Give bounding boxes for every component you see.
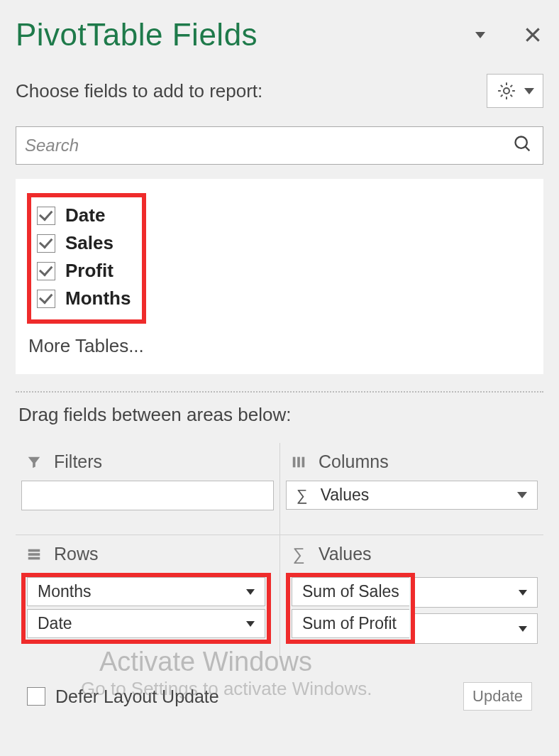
- item-label: Date: [38, 614, 72, 633]
- svg-rect-7: [28, 553, 40, 556]
- item-label: Sum of Sales: [302, 582, 399, 601]
- svg-point-0: [504, 88, 509, 94]
- checkbox-months[interactable]: [37, 290, 55, 308]
- field-row[interactable]: Date: [35, 202, 132, 229]
- checkbox-profit[interactable]: [37, 262, 55, 280]
- columns-icon: [289, 454, 309, 471]
- task-pane-options-button[interactable]: [470, 24, 491, 45]
- caret-down-icon: [519, 626, 527, 632]
- search-input[interactable]: [23, 135, 513, 156]
- sigma-icon: ∑: [297, 486, 308, 505]
- pane-header: PivotTable Fields: [16, 17, 543, 53]
- separator: [16, 391, 543, 393]
- defer-layout-checkbox[interactable]: [27, 687, 45, 706]
- field-label: Months: [65, 287, 131, 309]
- annotation-highlight-rows: Months Date: [21, 573, 271, 644]
- pivottable-fields-pane: PivotTable Fields Choose fields to add t…: [0, 0, 559, 725]
- area-columns[interactable]: Columns ∑ Values: [280, 443, 543, 535]
- area-head-values: ∑ Values: [286, 539, 538, 573]
- svg-rect-4: [297, 456, 300, 467]
- defer-layout-label: Defer Layout Update: [55, 686, 219, 707]
- caret-down-icon: [517, 492, 527, 498]
- tools-dropdown-button[interactable]: [487, 74, 543, 108]
- values-item-dd-sales[interactable]: [415, 577, 538, 608]
- choose-label: Choose fields to add to report:: [16, 80, 262, 102]
- area-head-filters: Filters: [21, 447, 274, 481]
- area-title: Columns: [319, 451, 389, 472]
- footer-area: Activate Windows Defer Layout Update Upd…: [16, 657, 543, 725]
- annotation-highlight-values: Sum of Sales Sum of Profit: [286, 573, 415, 644]
- rows-item-months[interactable]: Months: [27, 577, 265, 606]
- area-title: Values: [319, 544, 372, 564]
- sigma-icon: ∑: [289, 546, 309, 563]
- filters-dropzone[interactable]: [21, 481, 274, 510]
- item-label: Values: [321, 486, 370, 505]
- area-title: Rows: [54, 544, 99, 564]
- svg-rect-5: [302, 456, 305, 467]
- close-icon: [524, 26, 542, 44]
- values-items-wrap: Sum of Sales Sum of Profit: [286, 573, 538, 644]
- update-button[interactable]: Update: [463, 682, 532, 711]
- areas-grid: Filters Columns ∑ Values: [16, 443, 543, 657]
- caret-down-icon: [246, 621, 255, 627]
- item-label: Sum of Profit: [302, 614, 397, 633]
- gear-icon: [496, 80, 517, 102]
- field-row[interactable]: Sales: [35, 229, 132, 257]
- search-icon: [513, 134, 536, 157]
- values-item-profit[interactable]: Sum of Profit: [292, 609, 409, 638]
- header-buttons: [470, 24, 543, 45]
- pane-title: PivotTable Fields: [16, 17, 258, 53]
- caret-down-icon: [246, 589, 255, 595]
- field-row[interactable]: Profit: [35, 257, 132, 285]
- checkbox-sales[interactable]: [37, 234, 55, 253]
- values-item-sales[interactable]: Sum of Sales: [292, 577, 409, 606]
- footer-row: Defer Layout Update Update: [21, 662, 538, 711]
- field-label: Profit: [65, 260, 114, 282]
- svg-line-2: [526, 147, 530, 151]
- filter-icon: [24, 454, 44, 471]
- area-head-rows: Rows: [21, 539, 274, 573]
- svg-rect-8: [28, 557, 40, 559]
- area-values[interactable]: ∑ Values Sum of Sales Sum of Profit: [280, 535, 543, 657]
- search-box[interactable]: [16, 126, 543, 165]
- drag-instructions: Drag fields between areas below:: [16, 404, 543, 443]
- rows-item-date[interactable]: Date: [27, 609, 265, 638]
- area-title: Filters: [54, 451, 102, 472]
- item-label: Months: [38, 582, 91, 601]
- rows-icon: [24, 546, 44, 563]
- svg-point-1: [516, 137, 527, 148]
- field-list: Date Sales Profit Months More Tables...: [16, 179, 543, 374]
- field-row[interactable]: Months: [35, 285, 132, 312]
- checkbox-date[interactable]: [37, 207, 55, 225]
- columns-item-values[interactable]: ∑ Values: [286, 481, 538, 510]
- values-item-dd-profit[interactable]: [415, 613, 538, 644]
- defer-layout-row[interactable]: Defer Layout Update: [27, 686, 219, 707]
- close-button[interactable]: [522, 24, 543, 45]
- caret-down-icon: [524, 88, 534, 94]
- more-tables-link[interactable]: More Tables...: [27, 335, 532, 357]
- choose-row: Choose fields to add to report:: [16, 74, 543, 108]
- svg-rect-3: [293, 456, 296, 467]
- field-label: Sales: [65, 232, 114, 254]
- svg-rect-6: [28, 549, 40, 552]
- annotation-highlight-fields: Date Sales Profit Months: [27, 193, 146, 324]
- area-rows[interactable]: Rows Months Date: [16, 535, 280, 657]
- area-filters[interactable]: Filters: [16, 443, 280, 535]
- caret-down-icon: [519, 590, 527, 596]
- field-label: Date: [65, 204, 105, 226]
- area-head-columns: Columns: [286, 447, 538, 481]
- caret-down-icon: [475, 32, 485, 38]
